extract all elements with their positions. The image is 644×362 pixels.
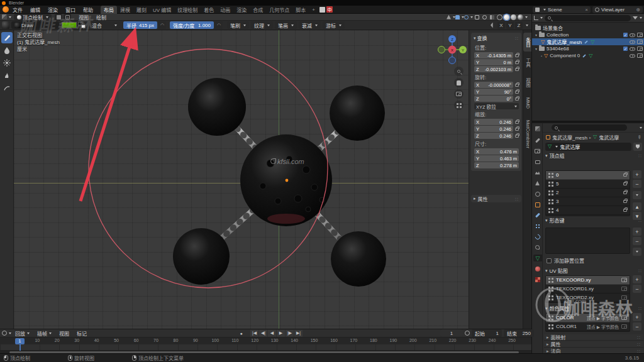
brush-preview-icon[interactable] [2, 21, 9, 29]
outliner-search-input[interactable] [545, 15, 631, 21]
expand-icon[interactable]: ▾ [535, 47, 537, 51]
dimension-x-field[interactable]: X0.476 m [474, 148, 519, 155]
outliner-row-collection[interactable]: ▾ Collection ✓ [532, 31, 644, 38]
fake-user-shield-button[interactable] [633, 143, 642, 151]
rotation-y-field[interactable]: Y90° [474, 89, 513, 95]
rest-position-row[interactable]: 添加静置位置 [547, 257, 584, 264]
tab-object-data[interactable]: ▽ [533, 255, 542, 261]
outliner-filter-button[interactable] [633, 14, 642, 21]
workspace-tab-geometry-nodes[interactable]: 几何节点 [266, 6, 292, 14]
uv-map-row[interactable]: TEXCOORD1.xy [546, 285, 630, 293]
camera-view-button[interactable] [454, 89, 464, 99]
workspace-tab-texture-paint[interactable]: 纹理绘制 [174, 6, 201, 14]
show-overlays-toggle[interactable] [480, 14, 488, 21]
color-swap-swatches[interactable] [78, 22, 86, 28]
vertex-group-row[interactable]: 0 [546, 171, 630, 180]
vertex-group-specials-button[interactable] [633, 191, 641, 199]
play-reverse-button[interactable]: ◀ [268, 330, 276, 337]
current-frame-field[interactable]: 1 [440, 329, 463, 337]
tab-constraints[interactable] [534, 244, 541, 251]
vertex-group-row[interactable]: 3 [546, 197, 630, 206]
breadcrumb-data[interactable]: 鬼武达摩 [599, 134, 619, 141]
rotation-x-field[interactable]: X-0.000008° [474, 82, 513, 88]
outliner-row-collection2[interactable]: ▾ 53404e68 ✓ [532, 45, 644, 52]
scale-z-field[interactable]: Z0.246 [474, 133, 513, 139]
panel-collapse-icon[interactable]: ▾ [545, 268, 548, 273]
shading-solid-button[interactable] [504, 14, 509, 20]
viewlayer-selector[interactable]: ViewLayer ⊕ [592, 6, 643, 13]
shape-key-specials-button[interactable] [633, 248, 641, 256]
tab-tool[interactable] [534, 137, 541, 144]
tab-modifiers[interactable] [534, 212, 541, 219]
mirror-z-toggle[interactable]: Z [515, 22, 523, 29]
workspace-tab-modeling[interactable]: 建模 [117, 6, 133, 14]
mirror-y-toggle[interactable]: Y [506, 22, 514, 29]
tab-render[interactable] [534, 148, 541, 155]
shading-material-button[interactable] [511, 14, 516, 20]
lock-icon[interactable] [515, 68, 519, 71]
current-frame-badge[interactable]: 1 [15, 338, 25, 344]
menu-paint[interactable]: 绘制 [92, 13, 110, 21]
tool-smear[interactable] [1, 70, 13, 81]
shading-dropdown-icon[interactable] [525, 16, 528, 18]
panel-options-icon[interactable]: :: [515, 197, 519, 201]
radius-pressure-toggle[interactable]: ◠ [158, 21, 166, 29]
vertex-group-row[interactable]: 2 [546, 189, 630, 197]
hide-eye-icon[interactable] [630, 40, 635, 44]
viewport-canvas[interactable]: 正交右视图 (1) 鬼武达摩_mesh 厘米 kfsll.com Z Y X [14, 30, 469, 329]
properties-options-icon[interactable] [640, 127, 642, 129]
render-camera-icon[interactable] [621, 324, 627, 329]
strength-slider[interactable]: 强度/力度1.000 [170, 21, 214, 29]
timeline-editor-type-button[interactable] [2, 330, 11, 337]
lock-icon[interactable] [623, 191, 627, 194]
mode-dropdown[interactable]: 顶点绘制 [14, 14, 52, 20]
hide-eye-icon[interactable] [630, 47, 635, 51]
properties-collapsed-panel[interactable]: ▸ 属性 :: [471, 195, 521, 202]
lock-icon[interactable] [515, 134, 519, 138]
tab-physics[interactable] [534, 233, 541, 240]
sidebar-tab-mmd[interactable]: MMD [523, 93, 532, 113]
tab-output[interactable] [534, 158, 541, 165]
show-gizmo-toggle[interactable] [473, 14, 480, 21]
shape-keys-list[interactable] [545, 228, 630, 254]
tool-average[interactable] [1, 57, 13, 69]
timeline-tracks[interactable] [0, 344, 531, 351]
rotation-z-field[interactable]: Z0° [474, 96, 513, 102]
panel-face-maps[interactable]: ▸面映射:: [544, 334, 643, 341]
remove-vertex-group-button[interactable]: − [633, 180, 641, 188]
playhead-line[interactable] [19, 344, 21, 351]
sidebar-tab-view[interactable]: 视图 [523, 73, 532, 92]
uv-maps-list[interactable]: TEXCOORD.xy TEXCOORD1.xy TEXCOORD2.xy [545, 275, 630, 303]
transform-orientation-dropdown[interactable] [447, 14, 455, 21]
pan-hand-button[interactable] [454, 78, 464, 87]
location-x-field[interactable]: X-0.14305 m [474, 52, 513, 58]
color-attributes-list[interactable]: COLOR 顶点 ▶ 字节颜色 COLOR1 顶点 ▶ 字节颜色 [545, 313, 630, 332]
popover-falloff[interactable]: 衰减 [299, 21, 321, 29]
lock-icon[interactable] [515, 54, 519, 57]
scale-x-field[interactable]: X0.246 [474, 119, 513, 125]
panel-options-icon[interactable]: :: [638, 268, 644, 273]
lock-icon[interactable] [515, 84, 519, 87]
window-layout-icon[interactable] [319, 7, 325, 13]
menu-view-3d[interactable]: 视图 [75, 13, 92, 21]
strength-pressure-toggle[interactable]: ◠ [215, 21, 223, 29]
pin-icon[interactable]: ✎ [636, 133, 643, 140]
mesh-name-field[interactable]: ▽ 鬼武达摩 [545, 143, 631, 151]
tab-world[interactable] [534, 190, 541, 197]
remove-shape-key-button[interactable]: − [633, 237, 641, 245]
auto-keying-button[interactable]: ● [237, 330, 245, 337]
sidebar-tab-item[interactable]: 条目 [523, 33, 532, 52]
render-camera-icon[interactable] [621, 315, 627, 320]
menu-edit[interactable]: 编辑 [26, 6, 44, 14]
frame-end-field[interactable]: 结束250 [504, 329, 534, 337]
color-attribute-row[interactable]: COLOR1 顶点 ▶ 字节颜色 [546, 322, 630, 331]
new-viewlayer-icon[interactable]: ⊕ [636, 7, 640, 13]
move-up-button[interactable]: ▴ [633, 202, 641, 211]
brush-selector[interactable]: Draw [11, 21, 59, 29]
tool-annotate[interactable] [1, 82, 13, 94]
lock-icon[interactable] [515, 121, 519, 124]
color-attribute-row[interactable]: COLOR 顶点 ▶ 字节颜色 [546, 314, 630, 322]
hide-eye-icon[interactable] [630, 33, 635, 37]
add-shape-key-button[interactable]: + [633, 228, 641, 236]
tab-object[interactable] [534, 201, 541, 208]
